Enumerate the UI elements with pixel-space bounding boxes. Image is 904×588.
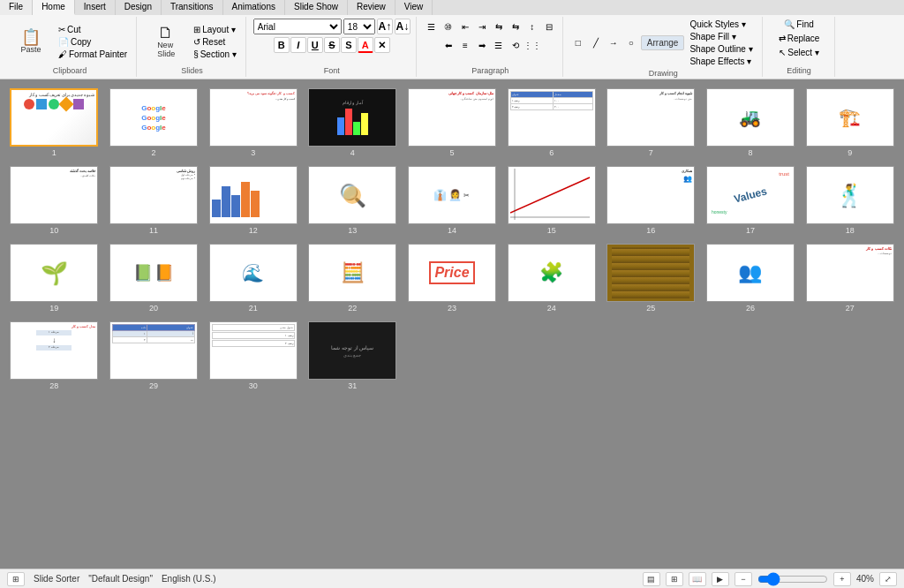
zoom-in-button[interactable]: +: [833, 572, 851, 586]
ltr-button[interactable]: ⇆: [508, 19, 524, 34]
font-family-select[interactable]: ArialCalibriTimes New Roman: [253, 19, 342, 34]
section-button[interactable]: § Section ▾: [190, 49, 240, 60]
clear-format-button[interactable]: ✕: [374, 37, 390, 53]
tab-view[interactable]: View: [396, 0, 433, 15]
justify-button[interactable]: ☰: [491, 37, 507, 53]
slide-thumb-11[interactable]: روش شناسی • مرحله اول • مرحله دوم 11: [109, 166, 200, 235]
slide-thumb-16[interactable]: همکاری 👥 16: [606, 166, 697, 235]
italic-button[interactable]: I: [290, 37, 306, 53]
slide-thumb-25[interactable]: 25: [606, 244, 697, 313]
normal-view-button[interactable]: ▤: [643, 572, 660, 586]
zoom-out-button[interactable]: −: [734, 572, 752, 586]
slide-thumb-28[interactable]: مدل کسب و کار مرحله ۱ ↓ مرحله ۲ 28: [9, 321, 100, 390]
tab-transitions[interactable]: Transitions: [162, 0, 223, 15]
slideshow-button[interactable]: ▶: [712, 572, 729, 586]
bold-button[interactable]: B: [274, 37, 290, 53]
slide-sorter-button[interactable]: ⊞: [7, 572, 25, 586]
slide-thumb-22[interactable]: 🧮 22: [307, 244, 398, 313]
numbered-list-button[interactable]: ⑩: [441, 19, 456, 34]
cut-button[interactable]: ✂ Cut: [55, 24, 131, 35]
line-spacing-button[interactable]: ↕: [524, 19, 540, 34]
slide-thumb-18[interactable]: 🕺 18: [804, 166, 895, 235]
format-painter-button[interactable]: 🖌 Format Painter: [55, 49, 131, 60]
tab-review[interactable]: Review: [348, 0, 396, 15]
slide-thumb-24[interactable]: 🧩 24: [506, 244, 597, 313]
arrow-shape[interactable]: →: [606, 35, 622, 51]
indent-more-button[interactable]: ⇥: [474, 19, 490, 34]
slide-thumb-26[interactable]: 👥 26: [705, 244, 796, 313]
tab-animations[interactable]: Animations: [223, 0, 285, 15]
tab-file[interactable]: File: [0, 0, 33, 15]
tab-insert[interactable]: Insert: [75, 0, 116, 15]
reading-view-button[interactable]: 📖: [689, 572, 706, 586]
shrink-font-button[interactable]: A↓: [395, 19, 411, 34]
slide-thumb-19[interactable]: 🌱 19: [9, 244, 100, 313]
font-size-select[interactable]: 181214162024: [343, 19, 375, 34]
tab-design[interactable]: Design: [116, 0, 162, 15]
slide-thumb-8[interactable]: 🚜 8: [705, 88, 796, 157]
slide-thumb-10[interactable]: خلاصه بحث گذشته نکات کلیدی... 10: [9, 166, 100, 235]
slide-thumb-29[interactable]: عنوان داده آ۱ ب۲ 29: [109, 321, 200, 390]
scissors-icon: ✂: [58, 25, 65, 34]
slide-thumb-23[interactable]: Price 23: [407, 244, 498, 313]
copy-button[interactable]: 📄 Copy: [55, 36, 131, 48]
slide-thumb-5[interactable]: مثل: سازمان کسب و کار جهانی لورم ایپسوم …: [407, 88, 498, 157]
slide-thumb-21[interactable]: 🌊 21: [207, 244, 298, 313]
slide-thumb-9[interactable]: 🏗️ 9: [804, 88, 895, 157]
slide-image-7: شیوه انجام کسب و کار متن توضیحات...: [606, 88, 695, 147]
zoom-slider[interactable]: [757, 574, 828, 584]
slide-thumb-13[interactable]: 🔍 13: [307, 166, 398, 235]
smart-art-button[interactable]: ⋮⋮: [524, 37, 540, 53]
shadow-button[interactable]: S: [341, 37, 357, 53]
replace-button[interactable]: ⇄ Replace: [775, 33, 824, 44]
slide-sorter-view-button[interactable]: ⊞: [666, 572, 683, 586]
slide-thumb-12[interactable]: 12: [207, 166, 298, 235]
slide-thumb-6[interactable]: عنوان مقدار ردیف ۱۱۰۰ ردیف ۲۲۰۰ 6: [506, 88, 597, 157]
line-shape[interactable]: ╱: [588, 35, 604, 51]
slide-thumb-14[interactable]: 👔 👩‍💼 ✂ 14: [407, 166, 498, 235]
slide-thumb-27[interactable]: نکات کسب و کار توضیحات... 27: [804, 244, 895, 313]
slide-thumb-17[interactable]: Values trust honesty 17: [705, 166, 796, 235]
slide-thumb-30[interactable]: جدول متنی ردیف ۱ ردیف ۲ 30: [207, 321, 298, 390]
slide-thumb-7[interactable]: شیوه انجام کسب و کار متن توضیحات... 7: [606, 88, 697, 157]
strikethrough-button[interactable]: S: [324, 37, 340, 53]
indent-less-button[interactable]: ⇤: [457, 19, 473, 34]
slide-thumb-3[interactable]: کسب و کار: چگونه سود می برید؟ کسب و کار …: [207, 88, 298, 157]
tab-slideshow[interactable]: Slide Show: [285, 0, 348, 15]
slide-thumb-20[interactable]: 📗 📙 20: [109, 244, 200, 313]
slide-thumb-31[interactable]: سپاس از توجه شما جمع بندی 31: [307, 321, 398, 390]
quick-styles-button[interactable]: Quick Styles ▾: [686, 19, 756, 30]
align-right-button[interactable]: ➡: [474, 37, 490, 53]
slide-thumb-2[interactable]: Google Google Google 2: [109, 88, 200, 157]
shapes-button[interactable]: □: [570, 35, 586, 51]
grow-font-button[interactable]: A↑: [377, 19, 393, 34]
columns-button[interactable]: ⊟: [541, 19, 557, 34]
shape-effects-button[interactable]: Shape Effects ▾: [686, 56, 756, 67]
bullet-list-button[interactable]: ☰: [424, 19, 440, 34]
align-center-button[interactable]: ≡: [457, 37, 473, 53]
fit-window-button[interactable]: ⤢: [879, 572, 897, 586]
editing-controls: 🔍 Find ⇄ Replace ↖ Select ▾: [775, 19, 824, 64]
shape-outline-button[interactable]: Shape Outline ▾: [686, 43, 756, 55]
reset-button[interactable]: ↺ Reset: [190, 36, 240, 48]
find-button[interactable]: 🔍 Find: [780, 19, 817, 30]
slide-thumb-15[interactable]: 15: [506, 166, 597, 235]
slide-number-11: 11: [149, 226, 158, 235]
text-direction-button[interactable]: ⟲: [508, 37, 524, 53]
shape-fill-button[interactable]: Shape Fill ▾: [686, 31, 756, 42]
new-slide-button[interactable]: 🗋 NewSlide: [144, 23, 188, 60]
arrange-button[interactable]: Arrange: [641, 35, 685, 50]
oval-shape[interactable]: ○: [623, 35, 639, 51]
slide-sorter-area[interactable]: شیوه جدیدی برای تعریف کسب و کار 1 Google…: [0, 79, 904, 569]
slide-thumb-1[interactable]: شیوه جدیدی برای تعریف کسب و کار 1: [9, 88, 100, 157]
rtl-button[interactable]: ⇆: [491, 19, 507, 34]
paste-button[interactable]: 📋 Paste: [9, 27, 53, 56]
slide-thumb-4[interactable]: آمار و ارقام 4: [307, 88, 398, 157]
select-button[interactable]: ↖ Select ▾: [775, 47, 823, 58]
font-color-button[interactable]: A: [358, 37, 373, 53]
underline-button[interactable]: U: [307, 37, 323, 53]
layout-button[interactable]: ⊞ Layout ▾: [190, 24, 240, 35]
align-left-button[interactable]: ⬅: [441, 37, 456, 53]
tab-home[interactable]: Home: [33, 0, 75, 15]
slide-number-8: 8: [748, 148, 752, 157]
